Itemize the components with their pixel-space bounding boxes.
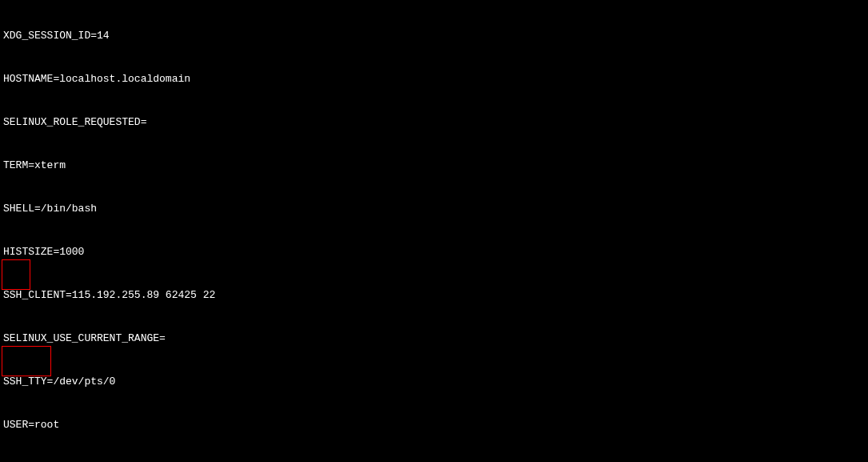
path-pwd-highlight [2, 259, 30, 290]
env-line: SHELL=/bin/bash [3, 202, 868, 216]
terminal-output[interactable]: XDG_SESSION_ID=14 HOSTNAME=localhost.loc… [0, 0, 868, 462]
env-line: SSH_CLIENT=115.192.255.89 62425 22 [3, 288, 868, 303]
env-line: XDG_SESSION_ID=14 [3, 29, 868, 43]
env-line: SELINUX_ROLE_REQUESTED= [3, 115, 868, 130]
env-line: HISTSIZE=1000 [3, 245, 868, 259]
env-line: HOSTNAME=localhost.localdomain [3, 72, 868, 86]
env-line: SSH_TTY=/dev/pts/0 [3, 375, 868, 389]
env-line: SELINUX_USE_CURRENT_RANGE= [3, 331, 868, 346]
env-line: USER=root [3, 418, 868, 432]
env-line: TERM=xterm [3, 159, 868, 173]
home-logname-highlight [2, 346, 51, 376]
